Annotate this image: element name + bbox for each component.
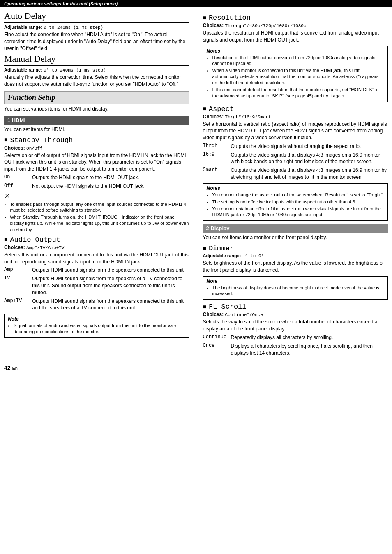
aspect-choices-label: Choices: bbox=[203, 114, 224, 120]
dimmer-title: Dimmer bbox=[203, 245, 388, 252]
display-header-text: 2 Display bbox=[206, 225, 230, 231]
aspect-choices-value: Thrgh*/16:9/Smart bbox=[225, 115, 271, 120]
def-desc: Outputs HDMI sound signals from the spea… bbox=[32, 275, 189, 296]
dimmer-note: Note The brightness of display does not … bbox=[203, 276, 388, 300]
resolution-title: Resolution bbox=[203, 14, 388, 22]
aspect-body: Set a horizontal to vertical ratio (aspe… bbox=[203, 121, 388, 141]
audio-output-choices-value: Amp*/TV/Amp+TV bbox=[26, 245, 64, 250]
function-setup-title: Function Setup bbox=[8, 93, 55, 102]
standby-through-defs: OnOutputs the HDMI signals to the HDMI O… bbox=[4, 174, 189, 190]
audio-output-body: Selects this unit or a component connect… bbox=[4, 252, 189, 265]
audio-output-note-list: Signal formats of audio and visual signa… bbox=[8, 323, 186, 335]
fl-scroll-body: Selects the way to scroll the screen whe… bbox=[203, 319, 388, 332]
standby-through-body: Selects on or off of output of HDMI sign… bbox=[4, 152, 189, 173]
function-setup-box: Function Setup bbox=[4, 91, 189, 104]
aspect-title-text: Aspect bbox=[209, 105, 234, 113]
audio-output-defs: AmpOutputs HDMI sound signals form the s… bbox=[4, 267, 189, 312]
resolution-notes-title: Notes bbox=[207, 48, 385, 54]
audio-output-choices: Choices: Amp*/TV/Amp+TV bbox=[4, 245, 189, 250]
aspect-title: Aspect bbox=[203, 105, 388, 113]
page-lang-text: En bbox=[12, 366, 17, 371]
auto-delay-range-label: Adjustable range: bbox=[4, 25, 42, 30]
dimmer-note-title: Note bbox=[207, 278, 385, 284]
def-row: TVOutputs HDMI sound signals from the sp… bbox=[4, 275, 189, 296]
standby-through-tips: ✳ To enables pass-through output, any on… bbox=[4, 192, 189, 233]
page-num-text: 42 bbox=[4, 365, 11, 371]
audio-output-note-title: Note bbox=[8, 316, 186, 322]
top-bar-text: Operating various settings for this unit… bbox=[4, 1, 118, 6]
note-item: The setting is not effective for inputs … bbox=[212, 199, 385, 205]
audio-output-choices-label: Choices: bbox=[4, 245, 25, 250]
standby-through-choices-value: On/Off* bbox=[26, 146, 45, 151]
def-term: Off bbox=[4, 183, 29, 190]
def-desc: Outputs HDMI sound signals form the spea… bbox=[32, 267, 185, 274]
auto-delay-title: Auto Delay bbox=[4, 11, 189, 23]
resolution-notes-list: Resolution of the HDMI output converted … bbox=[207, 55, 385, 99]
manual-delay-range: Adjustable range: 0* to 240ms (1 ms step… bbox=[4, 67, 189, 73]
note-item: You cannot change the aspect ratio of th… bbox=[212, 192, 385, 198]
tip-item: When Standby Through turns on, the HDMI … bbox=[10, 214, 189, 233]
aspect-choices: Choices: Thrgh*/16:9/Smart bbox=[203, 114, 388, 120]
def-desc: Displays all characters by scrolling onc… bbox=[231, 343, 388, 357]
display-body: You can set items for a monitor or the f… bbox=[203, 234, 388, 241]
def-desc: Outputs the video signals without changi… bbox=[231, 143, 361, 150]
def-term: TV bbox=[4, 275, 29, 296]
def-term: Thrgh bbox=[203, 143, 228, 150]
def-term: 16:9 bbox=[203, 152, 228, 166]
fl-scroll-title-text: FL Scroll bbox=[209, 303, 247, 311]
standby-through-title: Standby Through bbox=[4, 136, 189, 144]
tip-item: To enables pass-through output, any one … bbox=[10, 201, 189, 214]
audio-output-title: Audio Output bbox=[4, 236, 189, 244]
def-term: Once bbox=[203, 343, 228, 357]
standby-through-choices: Choices: On/Off* bbox=[4, 145, 189, 151]
resolution-body: Upscales the resolution of HDMI output t… bbox=[203, 30, 388, 44]
manual-delay-body: Manually fine adjusts the correction tim… bbox=[4, 74, 189, 88]
auto-delay-range: Adjustable range: 0 to 240ms (1 ms step) bbox=[4, 25, 189, 30]
def-term: Amp bbox=[4, 267, 29, 274]
aspect-defs: ThrghOutputs the video signals without c… bbox=[203, 143, 388, 181]
def-row: ContinueRepeatedly displays all characte… bbox=[203, 334, 388, 341]
def-row: OffNot output the HDMI signals to the HD… bbox=[4, 183, 189, 190]
dimmer-range-value: −4 to 0* bbox=[242, 254, 264, 259]
def-desc: Repeatedly displays all characters by sc… bbox=[231, 334, 333, 341]
dimmer-range-label: Adjustable range: bbox=[203, 253, 241, 258]
function-setup-body: You can set various items for HDMI and d… bbox=[4, 106, 189, 113]
dimmer-note-list: The brightness of display does not becom… bbox=[207, 285, 385, 297]
def-term: Continue bbox=[203, 334, 228, 341]
resolution-choices-value: Through*/480p/720p/1080i/1080p bbox=[225, 23, 307, 28]
hdmi-header-text: 1 HDMI bbox=[7, 117, 25, 123]
note-item: The brightness of display does not becom… bbox=[212, 285, 385, 297]
standby-through-tips-list: To enables pass-through output, any one … bbox=[4, 201, 189, 233]
def-row: OnceDisplays all characters by scrolling… bbox=[203, 343, 388, 357]
fl-scroll-choices-label: Choices: bbox=[203, 312, 224, 317]
fl-scroll-choices: Choices: Continue*/Once bbox=[203, 312, 388, 317]
audio-output-title-text: Audio Output bbox=[10, 236, 60, 244]
auto-delay-range-value: 0 to 240ms (1 ms step) bbox=[44, 25, 103, 30]
content: Auto Delay Adjustable range: 0 to 240ms … bbox=[0, 7, 392, 361]
note-item: When a video monitor is connected to thi… bbox=[212, 67, 385, 86]
auto-delay-body: Fine adjust the correction time when "HD… bbox=[4, 31, 189, 52]
standby-through-title-text: Standby Through bbox=[10, 136, 73, 144]
display-header: 2 Display bbox=[203, 224, 388, 233]
left-column: Auto Delay Adjustable range: 0 to 240ms … bbox=[4, 11, 189, 358]
manual-delay-range-label: Adjustable range: bbox=[4, 67, 42, 72]
def-desc: Outputs the video signals that displays … bbox=[231, 167, 388, 181]
dimmer-body: Sets brightness of the front panel displ… bbox=[203, 260, 388, 274]
hdmi-body: You can set items for HDMI. bbox=[4, 126, 189, 133]
manual-delay-title: Manual Delay bbox=[4, 53, 189, 66]
def-desc: Outputs HDMI sound signals from the spea… bbox=[32, 298, 189, 312]
dimmer-range: Adjustable range: −4 to 0* bbox=[203, 253, 388, 259]
dimmer-title-text: Dimmer bbox=[209, 245, 234, 252]
def-row: SmartOutputs the video signals that disp… bbox=[203, 167, 388, 181]
def-term: Amp+TV bbox=[4, 298, 29, 312]
fl-scroll-defs: ContinueRepeatedly displays all characte… bbox=[203, 334, 388, 356]
def-desc: Outputs the video signals that displays … bbox=[231, 152, 388, 166]
page-number: 42 En bbox=[0, 361, 392, 373]
note-item: Signal formats of audio and visual signa… bbox=[14, 323, 186, 335]
def-row: AmpOutputs HDMI sound signals form the s… bbox=[4, 267, 189, 274]
top-bar: Operating various settings for this unit… bbox=[0, 0, 392, 7]
def-term: On bbox=[4, 174, 29, 181]
audio-output-note: Note Signal formats of audio and visual … bbox=[4, 314, 189, 338]
fl-scroll-title: FL Scroll bbox=[203, 303, 388, 311]
def-row: OnOutputs the HDMI signals to the HDMI O… bbox=[4, 174, 189, 181]
